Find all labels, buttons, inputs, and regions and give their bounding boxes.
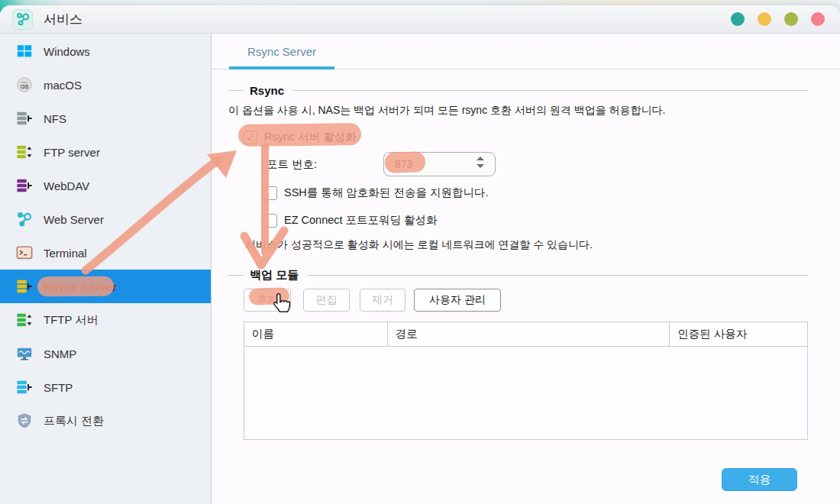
- sidebar-item-macos[interactable]: mac OS macOS: [0, 68, 211, 102]
- sidebar-item-label: SNMP: [44, 347, 76, 360]
- terminal-icon: [15, 244, 34, 262]
- proxy-switch-icon: [15, 412, 34, 430]
- enable-rsync-label: Rsync 서버 활성화: [264, 130, 357, 144]
- column-header-authorized-users[interactable]: 인증된 사용자: [670, 322, 808, 347]
- sidebar-item-label: TFTP 서버: [44, 313, 98, 328]
- window-controls: [731, 12, 825, 26]
- window-dot-teal[interactable]: [731, 12, 745, 26]
- enable-rsync-row: Rsync 서버 활성화: [244, 130, 809, 144]
- sidebar-item-rsync-server[interactable]: Rsync Server: [0, 270, 211, 303]
- services-window: 서비스 Windows mac: [0, 5, 840, 504]
- manage-users-button[interactable]: 사용자 관리: [414, 289, 501, 312]
- tftp-server-icon: [15, 311, 34, 329]
- port-input[interactable]: [384, 158, 460, 170]
- sidebar-item-snmp[interactable]: SNMP: [0, 337, 211, 370]
- sidebar-item-web-server[interactable]: Web Server: [0, 202, 211, 236]
- window-dot-yellow[interactable]: [758, 12, 771, 26]
- column-header-path[interactable]: 경로: [387, 322, 669, 347]
- spinner-down-icon[interactable]: [477, 164, 484, 168]
- empty-table-body: [244, 347, 808, 440]
- sidebar-item-label: 프록시 전환: [44, 414, 104, 428]
- sidebar-item-webdav[interactable]: WebDAV: [0, 169, 211, 202]
- sidebar-item-label: SFTP: [44, 381, 73, 394]
- sidebar-item-label: FTP server: [44, 146, 100, 159]
- column-header-name[interactable]: 이름: [244, 322, 388, 347]
- sidebar-item-proxy-switch[interactable]: 프록시 전환: [0, 404, 211, 438]
- window-title: 서비스: [44, 11, 82, 28]
- sidebar-item-windows[interactable]: Windows: [0, 34, 211, 68]
- sftp-server-icon: [15, 378, 34, 396]
- nfs-server-icon: [15, 109, 34, 128]
- snmp-icon: [15, 344, 34, 363]
- window-dot-olive[interactable]: [784, 12, 798, 26]
- tab-rsync-server[interactable]: Rsync Server: [229, 45, 334, 69]
- window-dot-red[interactable]: [811, 12, 825, 26]
- sidebar-item-label: Rsync Server: [44, 280, 117, 293]
- sidebar-item-tftp-server[interactable]: TFTP 서버: [0, 303, 211, 337]
- sidebar-item-label: NFS: [44, 112, 66, 125]
- service-note: 서비스가 성공적으로 활성화 시에는 로컬 네트워크에 연결할 수 있습니다.: [245, 238, 809, 252]
- ssh-checkbox[interactable]: [263, 186, 277, 200]
- windows-logo-icon: [15, 42, 34, 60]
- title-bar: 서비스: [0, 5, 840, 34]
- remove-module-button[interactable]: 제거: [360, 289, 405, 312]
- backup-module-toolbar: 추가 편집 제거 사용자 관리: [244, 289, 809, 312]
- rsync-server-icon: [15, 277, 34, 296]
- ftp-server-icon: [15, 143, 34, 161]
- sidebar-item-label: Windows: [44, 45, 90, 58]
- backup-modules-table: 이름 경로 인증된 사용자: [244, 321, 808, 440]
- ez-connect-row: EZ Connect 포트포워딩 활성화: [263, 213, 809, 228]
- sidebar-item-label: WebDAV: [44, 179, 89, 192]
- sidebar-item-label: Terminal: [44, 247, 87, 260]
- sidebar-item-ftp-server[interactable]: FTP server: [0, 135, 211, 169]
- rsync-section-header: Rsync: [228, 84, 809, 97]
- rsync-description: 이 옵션을 사용 시, NAS는 백업 서버가 되며 모든 rsync 호환 서…: [228, 104, 809, 118]
- macos-icon: mac OS: [15, 76, 34, 94]
- backup-modules-header: 백업 모듈: [228, 268, 809, 283]
- edit-module-button[interactable]: 편집: [303, 289, 350, 312]
- rsync-section-title: Rsync: [250, 84, 287, 97]
- backup-modules-title: 백업 모듈: [250, 268, 302, 283]
- port-spinner: [383, 152, 496, 176]
- ssh-label: SSH를 통해 암호화된 전송을 지원합니다.: [284, 186, 488, 200]
- sidebar-item-nfs[interactable]: NFS: [0, 102, 211, 135]
- rsync-settings-panel: Rsync Server Rsync 이 옵션을 사용 시, NAS는 백업 서…: [212, 34, 840, 504]
- services-sidebar: Windows mac OS macOS: [0, 34, 212, 504]
- sidebar-item-sftp[interactable]: SFTP: [0, 370, 211, 404]
- sidebar-item-label: macOS: [44, 79, 82, 92]
- add-module-button[interactable]: 추가: [244, 289, 291, 312]
- spinner-up-icon[interactable]: [477, 157, 484, 160]
- apply-button[interactable]: 적용: [722, 468, 797, 491]
- port-label: 포트 번호:: [267, 157, 383, 172]
- sidebar-item-label: Web Server: [44, 213, 104, 226]
- tab-bar: Rsync Server: [212, 34, 840, 69]
- web-server-icon: [15, 210, 34, 228]
- svg-text:OS: OS: [21, 83, 29, 90]
- enable-rsync-checkbox[interactable]: [244, 131, 257, 144]
- port-row: 포트 번호:: [267, 152, 809, 176]
- ssh-row: SSH를 통해 암호화된 전송을 지원합니다.: [263, 186, 809, 200]
- sidebar-item-terminal[interactable]: Terminal: [0, 236, 211, 270]
- webdav-server-icon: [15, 176, 34, 195]
- ez-connect-label: EZ Connect 포트포워딩 활성화: [284, 213, 438, 228]
- services-app-icon: [12, 9, 33, 30]
- ez-connect-checkbox[interactable]: [263, 214, 277, 228]
